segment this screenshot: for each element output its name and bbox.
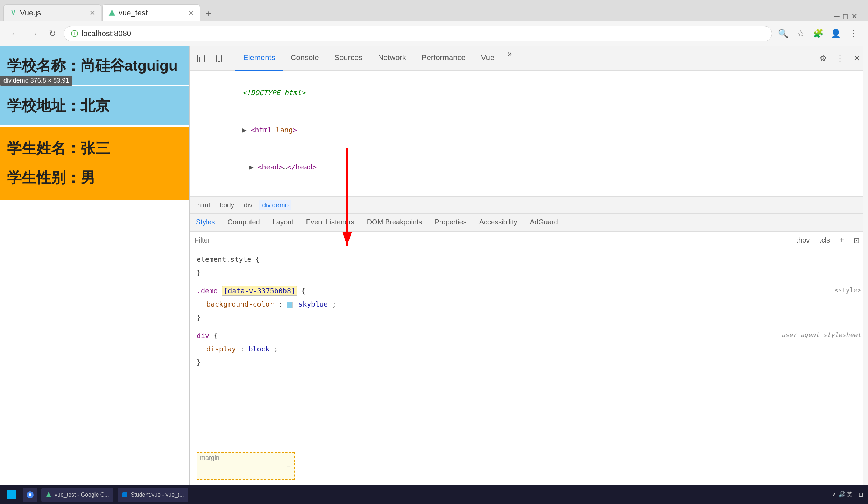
minimize-button[interactable]: ─ <box>834 12 840 21</box>
maximize-button[interactable]: □ <box>843 12 848 21</box>
hover-filter-button[interactable]: :hov <box>793 235 813 246</box>
box-minus-value: – <box>287 462 290 470</box>
devtools-menu-button[interactable]: ⋮ <box>832 51 848 66</box>
filter-buttons: :hov .cls + ⊡ <box>793 235 863 246</box>
tab-console[interactable]: Console <box>283 46 327 71</box>
devtools-toolbar: Elements Console Sources Network Perform… <box>190 46 868 71</box>
box-margin-label: margin <box>200 454 219 462</box>
tab-vuejs-close[interactable]: ✕ <box>90 9 96 17</box>
demo-css-rule: .demo [data-v-3375b0b8] { <style> backgr… <box>197 284 861 324</box>
filter-bar: :hov .cls + ⊡ <box>190 232 868 249</box>
zoom-button[interactable]: 🔍 <box>776 26 791 41</box>
extension-button[interactable]: 🧩 <box>811 26 826 41</box>
tray-icons: ∧ 🔊 英 <box>832 491 852 498</box>
address-text: localhost:8080 <box>82 29 131 38</box>
more-button[interactable]: ⋮ <box>846 26 861 41</box>
tab-vuejs[interactable]: V Vue.js ✕ <box>3 4 101 21</box>
svg-point-15 <box>29 493 31 496</box>
tab-vuejs-title: Vue.js <box>20 8 87 18</box>
styles-tab-adguard[interactable]: AdGuard <box>524 214 564 232</box>
tab-sources[interactable]: Sources <box>326 46 370 71</box>
more-tabs-button[interactable]: » <box>502 46 517 62</box>
tray-time: ⊡ <box>859 491 863 498</box>
demo-attr-highlight: [data-v-3375b0b8] <box>222 286 297 296</box>
bookmark-star-button[interactable]: ☆ <box>793 26 809 41</box>
styles-tab-accessibility[interactable]: Accessibility <box>473 214 524 232</box>
html-triangle[interactable]: ▶ <box>242 126 250 134</box>
head-triangle[interactable]: ▶ <box>249 163 257 171</box>
skyblue-swatch <box>287 302 293 308</box>
forward-button[interactable]: → <box>26 26 41 41</box>
div-css-rule: div { user agent stylesheet display : bl… <box>197 329 861 369</box>
browser-window: V Vue.js ✕ vue_test ✕ + ─ □ ✕ ← → ↻ i lo… <box>0 0 868 504</box>
devtools-tabs: Elements Console Sources Network Perform… <box>235 46 813 71</box>
taskbar-tray: ∧ 🔊 英 ⊡ <box>832 491 863 498</box>
taskbar-vscode-button[interactable]: Student.vue - vue_t... <box>118 488 188 502</box>
svg-rect-3 <box>197 55 204 62</box>
taskbar-vuetest-button[interactable]: vue_test - Google C... <box>41 488 113 502</box>
filter-input[interactable] <box>195 234 789 247</box>
dom-doctype-line: <!DOCTYPE html> <box>190 74 868 111</box>
devtools-settings-button[interactable]: ⚙ <box>816 51 831 66</box>
css-panel-scrollbar[interactable] <box>863 249 868 447</box>
student-section: 学生姓名：张三 学生性别：男 <box>0 127 189 200</box>
svg-rect-6 <box>217 55 221 62</box>
tab-elements[interactable]: Elements <box>235 46 283 71</box>
tab-vue-test-title: vue_test <box>119 8 185 18</box>
styles-tab-event-listeners[interactable]: Event Listeners <box>300 214 361 232</box>
school-addr-text: 学校地址：北京 <box>7 96 182 115</box>
box-model-section: margin – <box>190 447 868 485</box>
taskbar-chrome-button[interactable] <box>23 488 37 502</box>
add-style-rule-button[interactable]: + <box>836 235 847 246</box>
div-rule-properties: display : block ; <box>197 342 861 356</box>
toggle-sidebar-button[interactable]: ⊡ <box>850 235 863 246</box>
dom-body-line[interactable]: ▼ <body> <box>190 186 868 197</box>
div-rule-close: } <box>197 356 861 369</box>
element-style-selector: element.style { <box>197 253 861 266</box>
styles-tab-computed[interactable]: Computed <box>221 214 266 232</box>
breadcrumb-div[interactable]: div <box>241 200 255 210</box>
start-button[interactable] <box>5 488 19 502</box>
svg-rect-10 <box>7 490 12 495</box>
tab-vue[interactable]: Vue <box>473 46 502 71</box>
close-window-button[interactable]: ✕ <box>851 12 858 21</box>
devtools-close-button[interactable]: ✕ <box>849 51 865 66</box>
tab-network[interactable]: Network <box>370 46 414 71</box>
demo-rule-close: } <box>197 311 861 324</box>
taskbar-vscode-label: Student.vue - vue_t... <box>131 492 184 498</box>
element-style-rule: element.style { } <box>197 253 861 279</box>
demo-rule-properties: background-color : skyblue ; <box>197 298 861 311</box>
refresh-button[interactable]: ↻ <box>45 26 60 41</box>
svg-rect-12 <box>7 495 12 499</box>
svg-rect-13 <box>12 495 16 499</box>
demo-rule-selector-line: .demo [data-v-3375b0b8] { <style> <box>197 284 861 298</box>
address-bar[interactable]: i localhost:8080 <box>64 26 772 41</box>
student-gender-text: 学生性别：男 <box>7 163 182 192</box>
styles-tab-dom-breakpoints[interactable]: DOM Breakpoints <box>361 214 429 232</box>
box-model-row: margin – <box>197 452 861 480</box>
styles-tab-styles[interactable]: Styles <box>190 214 221 232</box>
page-content: 学校名称：尚硅谷atguigu div.demo 376.8 × 83.91 学… <box>0 46 189 485</box>
tab-vue-test[interactable]: vue_test ✕ <box>102 4 200 21</box>
breadcrumb-html[interactable]: html <box>195 200 213 210</box>
devtools-panel: Elements Console Sources Network Perform… <box>189 46 868 485</box>
device-toolbar-button[interactable] <box>211 51 227 66</box>
new-tab-button[interactable]: + <box>201 6 216 21</box>
profile-button[interactable]: 👤 <box>828 26 844 41</box>
svg-text:i: i <box>74 31 75 36</box>
tab-vue-test-close[interactable]: ✕ <box>188 9 194 17</box>
inspect-element-button[interactable] <box>193 51 209 66</box>
main-area: 学校名称：尚硅谷atguigu div.demo 376.8 × 83.91 学… <box>0 46 868 485</box>
styles-tab-layout[interactable]: Layout <box>266 214 300 232</box>
taskbar: vue_test - Google C... Student.vue - vue… <box>0 485 868 504</box>
tab-bar: V Vue.js ✕ vue_test ✕ + ─ □ ✕ <box>0 0 868 21</box>
breadcrumb-divdemo[interactable]: div.demo <box>259 200 291 210</box>
nav-bar: ← → ↻ i localhost:8080 🔍 ☆ 🧩 👤 ⋮ <box>0 21 868 46</box>
dom-head-line[interactable]: ▶ <head>…</head> <box>190 148 868 186</box>
styles-tab-properties[interactable]: Properties <box>429 214 473 232</box>
back-button[interactable]: ← <box>7 26 22 41</box>
element-style-close: } <box>197 266 861 279</box>
breadcrumb-body[interactable]: body <box>217 200 237 210</box>
tab-performance[interactable]: Performance <box>414 46 473 71</box>
cls-filter-button[interactable]: .cls <box>816 235 833 246</box>
